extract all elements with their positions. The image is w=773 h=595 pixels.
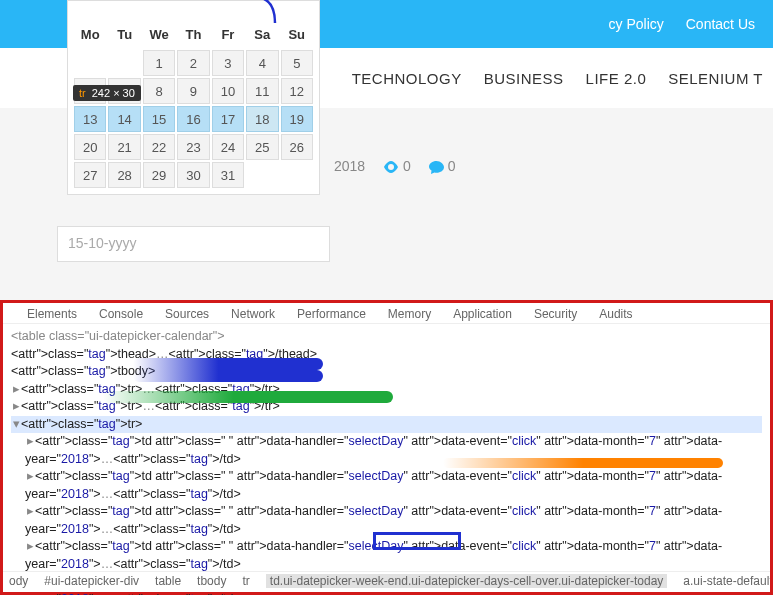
devtools-tab[interactable]: Elements	[27, 307, 77, 321]
tooltip-tag: tr	[79, 87, 86, 99]
comment-icon	[429, 161, 444, 174]
annotation-blue-arrow-2	[133, 370, 323, 382]
views-count: 0	[403, 158, 411, 174]
devtools-tab[interactable]: Sources	[165, 307, 209, 321]
cal-dow: Mo	[74, 21, 106, 48]
annotation-blue-box	[373, 532, 461, 550]
code-line[interactable]: ▾<attr">class="tag">tr>	[11, 416, 762, 434]
cal-day[interactable]: 14	[108, 106, 140, 132]
devtools-panel: ElementsConsoleSourcesNetworkPerformance…	[0, 300, 773, 595]
views-block: 0	[383, 158, 411, 174]
breadcrumb-item[interactable]: tbody	[197, 574, 226, 588]
cal-row: 2728293031	[74, 162, 313, 188]
cal-day[interactable]: 16	[177, 106, 209, 132]
cal-dow: Fr	[212, 21, 244, 48]
devtools-breadcrumb[interactable]: ody#ui-datepicker-divtabletbodytrtd.ui-d…	[3, 571, 770, 590]
devtools-tab[interactable]: Performance	[297, 307, 366, 321]
datepicker-header	[68, 1, 319, 19]
breadcrumb-item[interactable]: table	[155, 574, 181, 588]
cal-dow: Su	[281, 21, 313, 48]
cal-day[interactable]: 17	[212, 106, 244, 132]
cal-day[interactable]: 1	[143, 50, 175, 76]
cal-day[interactable]: 22	[143, 134, 175, 160]
comments-block: 0	[429, 158, 456, 174]
cal-day[interactable]: 3	[212, 50, 244, 76]
cal-row: 20212223242526	[74, 134, 313, 160]
privacy-link[interactable]: cy Policy	[609, 16, 664, 32]
cal-day[interactable]: 27	[74, 162, 106, 188]
eye-icon	[383, 161, 399, 173]
comments-count: 0	[448, 158, 456, 174]
cal-day[interactable]: 9	[177, 78, 209, 104]
nav-selenium[interactable]: SELENIUM T	[668, 70, 763, 87]
devtools-tabs: ElementsConsoleSourcesNetworkPerformance…	[3, 303, 770, 324]
cal-day[interactable]: 29	[143, 162, 175, 188]
element-tooltip: tr 242 × 30	[73, 85, 141, 101]
cal-row: 12345	[74, 50, 313, 76]
cal-day[interactable]: 28	[108, 162, 140, 188]
cal-day[interactable]: 24	[212, 134, 244, 160]
cal-dow: Tu	[108, 21, 140, 48]
cal-day	[281, 162, 313, 188]
cal-dow: We	[143, 21, 175, 48]
code-line[interactable]: <table class="ui-datepicker-calendar">	[11, 328, 762, 346]
post-year: 2018	[334, 158, 365, 174]
contact-link[interactable]: Contact Us	[686, 16, 755, 32]
cal-day[interactable]: 20	[74, 134, 106, 160]
date-input[interactable]: 15-10-yyyy	[57, 226, 330, 262]
cal-day	[246, 162, 278, 188]
annotation-orange-arrow	[443, 458, 723, 468]
cal-day[interactable]: 11	[246, 78, 278, 104]
breadcrumb-item[interactable]: tr	[242, 574, 249, 588]
devtools-tab[interactable]: Security	[534, 307, 577, 321]
annotation-swoosh	[253, 0, 287, 25]
code-line[interactable]: <attr">class="tag">thead>…<attr">class="…	[11, 346, 762, 364]
nav-life[interactable]: LIFE 2.0	[586, 70, 647, 87]
devtools-tab[interactable]: Memory	[388, 307, 431, 321]
devtools-tab[interactable]: Audits	[599, 307, 632, 321]
datepicker-calendar: MoTuWeThFrSaSu 1234567891011121314151617…	[68, 19, 319, 190]
cal-day[interactable]: 4	[246, 50, 278, 76]
elements-tree[interactable]: <table class="ui-datepicker-calendar"><a…	[3, 324, 770, 595]
post-meta: 2018 0 0	[334, 158, 456, 174]
cal-day	[74, 50, 106, 76]
breadcrumb-item[interactable]: #ui-datepicker-div	[44, 574, 139, 588]
cal-row: 13141516171819	[74, 106, 313, 132]
annotation-blue-arrow	[133, 358, 323, 370]
cal-dow: Sa	[246, 21, 278, 48]
devtools-tab[interactable]: Application	[453, 307, 512, 321]
cal-day[interactable]: 18	[246, 106, 278, 132]
tooltip-dims: 242 × 30	[92, 87, 135, 99]
cal-day	[108, 50, 140, 76]
nav-business[interactable]: BUSINESS	[484, 70, 564, 87]
cal-day[interactable]: 23	[177, 134, 209, 160]
breadcrumb-item[interactable]: a.ui-state-default.ui-	[683, 574, 770, 588]
cal-day[interactable]: 26	[281, 134, 313, 160]
cal-day[interactable]: 2	[177, 50, 209, 76]
breadcrumb-item[interactable]: ody	[9, 574, 28, 588]
cal-day[interactable]: 13	[74, 106, 106, 132]
devtools-tab[interactable]: Console	[99, 307, 143, 321]
annotation-green-arrow	[103, 391, 393, 403]
cal-day[interactable]: 10	[212, 78, 244, 104]
code-line[interactable]: <attr">class="tag">tbody>	[11, 363, 762, 381]
cal-day[interactable]: 25	[246, 134, 278, 160]
cal-day[interactable]: 5	[281, 50, 313, 76]
nav-technology[interactable]: TECHNOLOGY	[352, 70, 462, 87]
cal-dow: Th	[177, 21, 209, 48]
cal-day[interactable]: 12	[281, 78, 313, 104]
code-line[interactable]: ▸<attr">class="tag">td attr">class=" " a…	[25, 468, 762, 503]
cal-day[interactable]: 8	[143, 78, 175, 104]
breadcrumb-item[interactable]: td.ui-datepicker-week-end.ui-datepicker-…	[266, 574, 668, 588]
cal-day[interactable]: 19	[281, 106, 313, 132]
cal-day[interactable]: 15	[143, 106, 175, 132]
devtools-tab[interactable]: Network	[231, 307, 275, 321]
cal-day[interactable]: 31	[212, 162, 244, 188]
cal-day[interactable]: 21	[108, 134, 140, 160]
cal-day[interactable]: 30	[177, 162, 209, 188]
